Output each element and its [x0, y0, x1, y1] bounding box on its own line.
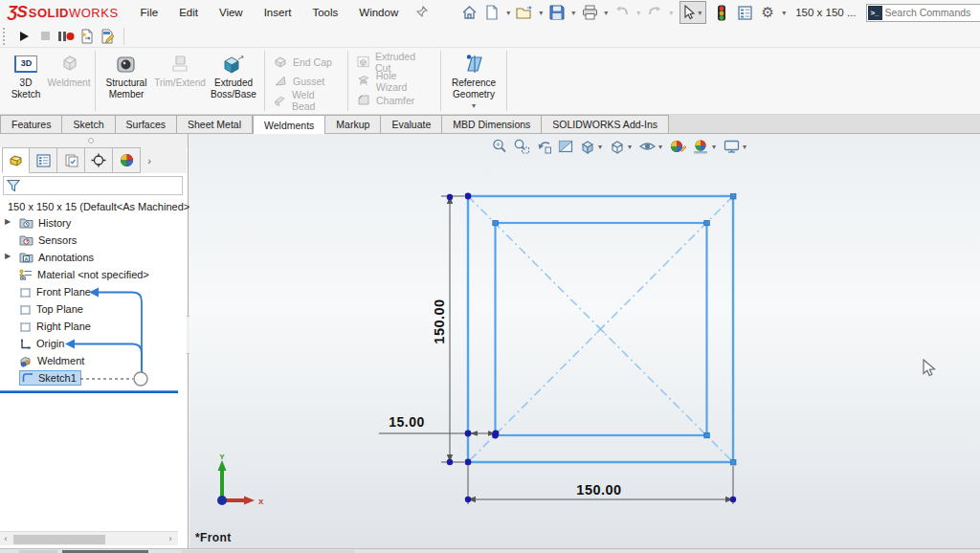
- scrollbar-thumb[interactable]: [13, 535, 105, 544]
- save-caret[interactable]: ▾: [569, 9, 577, 17]
- select-arrow-icon: [682, 5, 696, 20]
- menu-edit[interactable]: Edit: [170, 3, 207, 22]
- pin-menu-icon[interactable]: [416, 6, 428, 19]
- gusset-button[interactable]: Gusset: [268, 73, 345, 89]
- record-pause-macro-icon[interactable]: [56, 27, 77, 46]
- extruded-cut-button[interactable]: Extruded Cut: [351, 54, 437, 70]
- trim-extend-button[interactable]: Trim/Extend: [154, 48, 206, 114]
- interference-traffic-light-icon[interactable]: [711, 2, 732, 23]
- open-document-icon[interactable]: [514, 2, 535, 23]
- tab-evaluate[interactable]: Evaluate: [381, 115, 442, 133]
- scroll-left-arrow[interactable]: ‹: [0, 534, 11, 543]
- tree-item-weldment[interactable]: Weldment: [0, 352, 178, 369]
- menu-tools[interactable]: Tools: [303, 3, 346, 22]
- hole-wizard-icon: [357, 75, 370, 87]
- tab-weldments[interactable]: Weldments: [253, 115, 325, 134]
- tree-item-annotations[interactable]: ▶ A Annotations: [0, 249, 178, 266]
- select-tool[interactable]: ▾: [679, 1, 706, 24]
- new-document-icon[interactable]: [481, 2, 502, 23]
- tree-item-origin[interactable]: Origin: [0, 335, 178, 352]
- dimension-height-text[interactable]: 150.00: [432, 299, 447, 343]
- sketch-points[interactable]: [447, 193, 736, 503]
- new-document-caret[interactable]: ▾: [504, 9, 512, 17]
- plane-icon: [19, 286, 32, 299]
- open-document-caret[interactable]: ▾: [537, 9, 545, 17]
- dimension-offset-text[interactable]: 15.00: [389, 414, 425, 430]
- options-list-icon[interactable]: [734, 2, 755, 23]
- structural-member-button[interactable]: Structural Member: [99, 48, 154, 114]
- search-commands-input[interactable]: [885, 7, 980, 18]
- tab-markup[interactable]: Markup: [325, 115, 381, 133]
- menu-window[interactable]: Window: [350, 3, 407, 22]
- tree-filter-box[interactable]: [3, 176, 183, 195]
- panel-tabs-expand-chevron[interactable]: ›: [141, 147, 158, 173]
- run-macro-icon[interactable]: [13, 27, 34, 46]
- expand-arrow-icon[interactable]: ▶: [5, 217, 11, 226]
- extruded-boss-base-button[interactable]: Extruded Boss/Base: [206, 48, 261, 114]
- panel-splitter-handle[interactable]: [88, 138, 94, 144]
- construction-diagonals[interactable]: [468, 196, 733, 462]
- 3d-sketch-button[interactable]: 3D 3D Sketch: [6, 48, 46, 114]
- redo-caret[interactable]: ▾: [667, 9, 675, 17]
- weldment-button[interactable]: Weldment: [46, 48, 92, 114]
- menu-view[interactable]: View: [211, 3, 252, 22]
- graphics-viewport[interactable]: ▾ ▾ ▾ ▾ ▾: [189, 134, 980, 548]
- hole-wizard-button[interactable]: Hole Wizard: [351, 73, 437, 89]
- propertymanager-tab[interactable]: [30, 147, 57, 173]
- redo-icon[interactable]: [644, 2, 665, 23]
- tab-mbd-dimensions[interactable]: MBD Dimensions: [442, 115, 542, 133]
- tree-item-history[interactable]: ▶ History: [0, 214, 178, 232]
- model-motion-tabs-strip[interactable]: [0, 548, 980, 553]
- end-cap-button[interactable]: End Cap: [268, 54, 345, 70]
- tree-item-sensors[interactable]: Sensors: [0, 232, 178, 249]
- rollback-bar[interactable]: [0, 390, 178, 393]
- menu-insert[interactable]: Insert: [256, 3, 301, 22]
- new-macro-icon[interactable]: [77, 27, 98, 46]
- ribbon-separator: [95, 51, 96, 111]
- tree-item-top-plane[interactable]: Top Plane: [0, 300, 178, 318]
- save-icon[interactable]: [546, 2, 568, 23]
- displaymanager-tab[interactable]: [113, 147, 141, 173]
- expand-arrow-icon[interactable]: ▶: [5, 252, 11, 260]
- tree-item-right-plane[interactable]: Right Plane: [0, 318, 178, 335]
- chamfer-button[interactable]: Chamfer: [351, 92, 437, 108]
- tab-sketch[interactable]: Sketch: [62, 115, 115, 133]
- tree-item-sketch1[interactable]: Sketch1: [0, 369, 178, 387]
- tree-item-material[interactable]: Material <not specified>: [0, 266, 178, 283]
- undo-caret[interactable]: ▾: [635, 9, 642, 17]
- panel-horizontal-scrollbar[interactable]: ‹ ›: [0, 531, 178, 545]
- ribbon-separator: [347, 51, 348, 111]
- document-size-label[interactable]: 150 x 150 ...: [795, 7, 856, 18]
- tree-item-front-plane[interactable]: Front Plane: [0, 283, 178, 300]
- print-icon[interactable]: [579, 2, 600, 23]
- tab-sheet-metal[interactable]: Sheet Metal: [177, 115, 253, 133]
- featuremanager-tab[interactable]: [2, 147, 30, 173]
- options-gear-caret[interactable]: ▾: [780, 9, 788, 17]
- dimxpertmanager-tab[interactable]: [85, 147, 113, 173]
- configurationmanager-tab[interactable]: [57, 147, 85, 173]
- ribbon-separator: [506, 51, 507, 111]
- select-tool-caret[interactable]: ▾: [696, 9, 703, 17]
- undo-icon[interactable]: [612, 2, 633, 23]
- reference-geometry-caret[interactable]: ▾: [470, 101, 478, 110]
- tab-features[interactable]: Features: [0, 115, 62, 133]
- weld-bead-button[interactable]: Weld Bead: [268, 92, 345, 108]
- sketch-canvas[interactable]: 150.00 150.00 15.00: [189, 134, 980, 548]
- y-axis-arrow: [218, 460, 227, 471]
- home-icon[interactable]: [458, 2, 479, 23]
- scroll-right-arrow[interactable]: ›: [165, 534, 176, 543]
- print-caret[interactable]: ▾: [602, 9, 610, 17]
- tab-surfaces[interactable]: Surfaces: [116, 115, 177, 133]
- dimension-width-text[interactable]: 150.00: [576, 482, 621, 498]
- tab-solidworks-add-ins[interactable]: SOLIDWORKS Add-Ins: [542, 115, 669, 133]
- reference-geometry-button[interactable]: Reference Geometry ▾: [444, 48, 503, 114]
- options-gear-icon[interactable]: ⚙: [757, 2, 778, 23]
- edit-macro-icon[interactable]: [98, 27, 119, 46]
- tree-root-part[interactable]: 150 x 150 x 15 (Default<As Machined>: [0, 198, 178, 214]
- stop-macro-icon[interactable]: [34, 27, 56, 46]
- menu-file[interactable]: File: [132, 3, 167, 22]
- search-scope-icon[interactable]: >_: [868, 6, 882, 20]
- sketch1-selection[interactable]: Sketch1: [19, 370, 81, 386]
- dimension-offset[interactable]: [379, 431, 497, 436]
- toolbar-drag-handle[interactable]: [3, 28, 8, 45]
